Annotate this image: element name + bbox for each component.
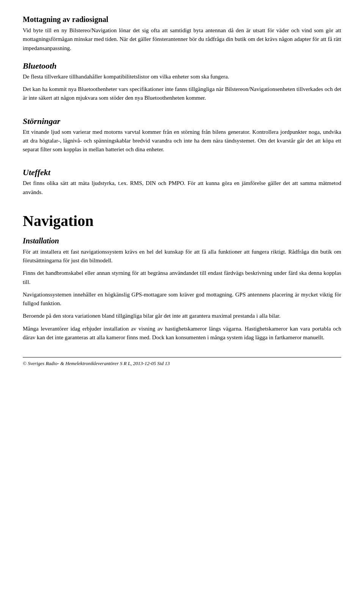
navigation-heading: Navigation: [23, 212, 341, 230]
top-heading: Mottagning av radiosignal: [23, 15, 341, 24]
uteffekt-section: Uteffekt Det finns olika sätt att mäta l…: [23, 168, 341, 197]
bluetooth-paragraph-2: Det kan ha kommit nya Bluetoothenheter v…: [23, 85, 341, 103]
installation-paragraph-4: Beroende på den stora variationen bland …: [23, 312, 341, 320]
storningar-heading: Störningar: [23, 116, 341, 126]
page-content: Mottagning av radiosignal Vid byte till …: [23, 15, 341, 367]
installation-paragraph-5: Många leverantörer idag erbjuder install…: [23, 325, 341, 342]
installation-paragraph-1: För att installera ett fast navigationss…: [23, 248, 341, 265]
bluetooth-section: Bluetooth De flesta tillverkare tillhand…: [23, 61, 341, 103]
installation-paragraph-2: Finns det handbromskabel eller annan sty…: [23, 269, 341, 287]
footer: © Sveriges Radio- & Hemelektronikleveran…: [23, 357, 341, 367]
installation-heading: Installation: [23, 237, 341, 245]
bluetooth-paragraph-1: De flesta tillverkare tillhandahåller ko…: [23, 72, 341, 81]
uteffekt-paragraph-1: Det finns olika sätt att mäta ljudstyrka…: [23, 179, 341, 197]
navigation-section: Navigation Installation För att installe…: [23, 212, 341, 342]
bluetooth-heading: Bluetooth: [23, 61, 341, 71]
top-paragraph-1: Vid byte till en ny Bilstereo/Navigation…: [23, 26, 341, 53]
storningar-paragraph-1: Ett vinande ljud som varierar med motorn…: [23, 128, 341, 154]
uteffekt-heading: Uteffekt: [23, 168, 341, 177]
footer-text: © Sveriges Radio- & Hemelektronikleveran…: [23, 361, 170, 366]
storningar-section: Störningar Ett vinande ljud som varierar…: [23, 116, 341, 154]
installation-paragraph-3: Navigationssystemen innehåller en högkän…: [23, 290, 341, 308]
